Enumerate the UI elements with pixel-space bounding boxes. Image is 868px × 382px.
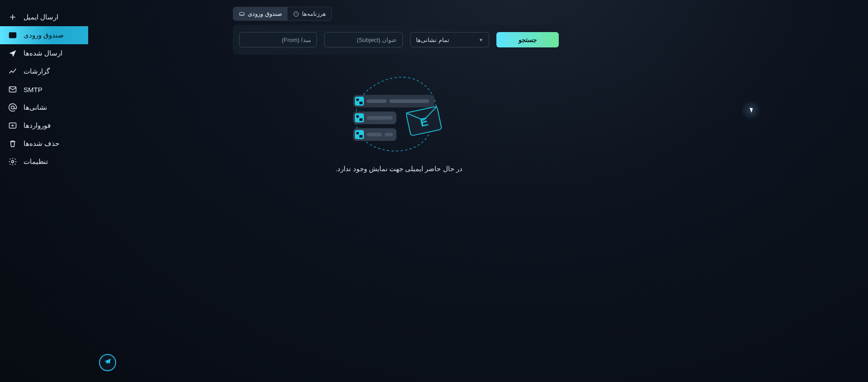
sidebar-item-label: گزارشات <box>24 67 50 75</box>
search-bar: تمام نشانی‌ها ▼ جستجو <box>233 25 565 55</box>
sidebar-item-label: ارسال شده‌ها <box>24 49 62 57</box>
svg-rect-14 <box>355 113 364 122</box>
svg-rect-11 <box>367 99 387 103</box>
subject-input[interactable] <box>324 32 403 47</box>
cursor-indicator <box>741 100 761 120</box>
at-icon <box>8 103 17 112</box>
sidebar-item-label: فورواردها <box>24 121 51 130</box>
sidebar-item-label: SMTP <box>24 86 42 93</box>
sidebar-item-settings[interactable]: تنظیمات <box>0 153 88 171</box>
svg-rect-19 <box>355 130 364 139</box>
svg-point-4 <box>12 161 14 163</box>
svg-rect-22 <box>367 133 382 136</box>
plus-icon <box>8 13 17 22</box>
tab-label: صندوق ورودی <box>248 10 282 17</box>
inbox-icon <box>8 31 17 40</box>
from-input[interactable] <box>239 32 317 47</box>
sidebar-item-sent[interactable]: ارسال شده‌ها <box>0 44 88 62</box>
svg-rect-21 <box>359 135 363 138</box>
mail-icon <box>8 85 17 94</box>
tab-bar: صندوق ورودی هرزنامه‌ها <box>233 7 332 21</box>
inbox-small-icon <box>239 11 245 17</box>
gear-icon <box>8 157 17 166</box>
telegram-icon <box>104 358 112 368</box>
sidebar-item-addresses[interactable]: نشانی‌ها <box>0 98 88 116</box>
empty-state: E در حال حاضر ایمیلی جهت نمایش وجود ندار… <box>233 75 565 173</box>
empty-message: در حال حاضر ایمیلی جهت نمایش وجود ندارد. <box>335 165 462 173</box>
trash-icon <box>8 139 17 148</box>
svg-point-2 <box>11 106 14 109</box>
sidebar-item-reports[interactable]: گزارشات <box>0 62 88 80</box>
addresses-dropdown[interactable]: تمام نشانی‌ها ▼ <box>410 32 489 47</box>
sidebar-item-label: ارسال ایمیل <box>24 13 58 21</box>
send-icon <box>8 49 17 58</box>
sidebar-item-forwards[interactable]: فورواردها <box>0 116 88 135</box>
sidebar-item-inbox[interactable]: صندوق ورودی <box>0 26 88 44</box>
tab-inbox[interactable]: صندوق ورودی <box>233 7 288 20</box>
svg-rect-10 <box>359 102 363 104</box>
sidebar-item-label: تنظیمات <box>24 158 48 166</box>
forward-icon <box>8 121 17 130</box>
sidebar-item-compose[interactable]: ارسال ایمیل <box>0 8 88 26</box>
svg-point-20 <box>356 132 359 135</box>
chevron-down-icon: ▼ <box>479 37 483 42</box>
svg-rect-8 <box>355 97 364 106</box>
sidebar-item-label: صندوق ورودی <box>24 31 64 39</box>
search-button[interactable]: جستجو <box>496 32 559 47</box>
sidebar-item-label: حذف شده‌ها <box>24 140 59 148</box>
sidebar-item-smtp[interactable]: SMTP <box>0 80 88 98</box>
main-content: صندوق ورودی هرزنامه‌ها تمام نشانی‌ها ▼ ج… <box>88 0 868 382</box>
sidebar: ارسال ایمیل صندوق ورودی ارسال شده‌ها گزا… <box>0 0 88 382</box>
tab-spam[interactable]: هرزنامه‌ها <box>288 7 331 20</box>
svg-point-9 <box>356 98 359 101</box>
telegram-fab[interactable] <box>99 354 116 371</box>
svg-rect-16 <box>359 118 363 121</box>
analytics-icon <box>8 67 17 76</box>
dropdown-label: تمام نشانی‌ها <box>416 37 449 43</box>
info-icon <box>293 11 299 17</box>
svg-rect-17 <box>367 116 393 120</box>
empty-illustration: E <box>340 75 458 156</box>
svg-rect-12 <box>389 99 429 103</box>
svg-rect-23 <box>385 133 393 136</box>
sidebar-item-trash[interactable]: حذف شده‌ها <box>0 135 88 153</box>
sidebar-item-label: نشانی‌ها <box>24 103 47 112</box>
tab-label: هرزنامه‌ها <box>302 10 326 17</box>
svg-point-15 <box>356 115 359 118</box>
